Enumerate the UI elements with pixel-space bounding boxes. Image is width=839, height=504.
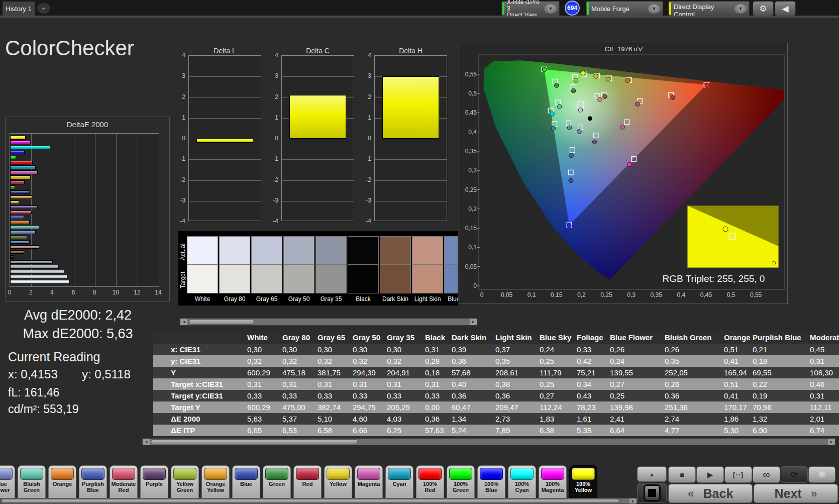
table-cell: 204,91: [386, 367, 424, 378]
measured-marker: [571, 88, 576, 93]
stop-icon: ■: [680, 471, 684, 479]
workflow-dropdown[interactable]: Direct Display Control ▼: [668, 1, 750, 16]
chevron-down-icon[interactable]: ▼: [648, 4, 661, 14]
column-header: Orange: [723, 331, 752, 344]
patch-button-orange[interactable]: Orange: [48, 465, 76, 502]
gridline: [159, 134, 159, 286]
source-name: Mobile Forge: [591, 5, 648, 13]
gridline: [116, 134, 117, 286]
patch-button-yellow-green[interactable]: YellowGreen: [171, 465, 199, 502]
patch-button-cyan[interactable]: Cyan: [385, 465, 413, 502]
swatch-label: Gray 50: [281, 295, 317, 303]
table-cell: 0,46: [809, 378, 839, 390]
display-window-button[interactable]: [637, 483, 667, 503]
gridline: [375, 201, 447, 201]
patch-button-orange-yellow[interactable]: OrangeYellow: [201, 465, 230, 502]
measured-marker: [569, 178, 573, 183]
extra-transport-button[interactable]: [808, 466, 835, 483]
x-axis-tick: 0: [6, 289, 14, 296]
scrollbar-thumb[interactable]: [189, 319, 254, 325]
patch-button-blue-flower[interactable]: BlueFlower: [0, 465, 15, 502]
svg-text:0,15: 0,15: [551, 291, 563, 298]
table-scrollbar[interactable]: ◄ ►: [142, 438, 835, 445]
settings-button[interactable]: ⚙: [753, 1, 774, 16]
patch-button-red[interactable]: Red: [293, 465, 322, 502]
table-cell: 0,37: [494, 344, 539, 355]
patch-button-100-green[interactable]: 100%Green: [447, 465, 475, 502]
column-header: Blue Sky: [539, 331, 576, 344]
y-axis-tick: -3: [360, 197, 371, 204]
scroll-up-button[interactable]: ▲: [637, 466, 667, 482]
measured-marker: [603, 94, 607, 99]
column-header: Dark Skin: [451, 331, 494, 344]
refresh-button[interactable]: ⟳: [781, 466, 808, 483]
meter-name: X-Rite i1Pro 3: [507, 0, 544, 12]
deltae-bar: [10, 151, 25, 155]
stop-button[interactable]: ■: [668, 466, 696, 483]
chevron-down-icon[interactable]: ▼: [544, 4, 557, 14]
back-button[interactable]: « Back: [668, 484, 753, 503]
y-axis-tick: 1: [360, 114, 371, 121]
table-cell: 0,38: [494, 378, 539, 390]
svg-text:0,4: 0,4: [468, 129, 477, 136]
y-axis-tick: 0: [360, 135, 371, 142]
table-cell: 0,36: [664, 390, 723, 401]
gridline: [282, 180, 354, 181]
table-cell: 0,31: [246, 378, 281, 390]
table-cell: 381,75: [317, 367, 352, 378]
measured-marker: [551, 126, 556, 131]
continuous-measure-button[interactable]: ∞: [753, 466, 780, 483]
patch-button-100-cyan[interactable]: 100%Cyan: [508, 465, 536, 502]
patch-button-bluish-green[interactable]: BluishGreen: [18, 465, 46, 502]
scrollbar-thumb[interactable]: [2, 499, 619, 503]
patch-bar-scrollbar[interactable]: ►: [0, 498, 637, 504]
source-status-indicator: [587, 2, 589, 15]
table-cell: 1,34: [451, 413, 494, 425]
x-axis-tick: 6: [69, 289, 77, 296]
scroll-left-icon[interactable]: ◄: [180, 319, 187, 325]
scrollbar-thumb[interactable]: [151, 439, 358, 444]
meter-dropdown[interactable]: X-Rite i1Pro 3 Direct View ▼: [501, 1, 560, 16]
scroll-right-icon[interactable]: ►: [470, 319, 477, 325]
patch-swatch: [418, 468, 442, 480]
patch-button-purple[interactable]: Purple: [140, 465, 168, 502]
tab-history-1[interactable]: History 1: [3, 2, 35, 16]
scroll-right-icon[interactable]: ►: [630, 498, 637, 503]
table-cell: 0,31: [352, 378, 386, 390]
y-axis-tick: 1: [174, 114, 185, 121]
patch-button-green[interactable]: Green: [263, 465, 291, 502]
patch-button-magenta[interactable]: Magenta: [355, 465, 383, 502]
measured-marker: [555, 83, 559, 88]
play-button[interactable]: ▶: [696, 466, 724, 483]
row-label: Target x:CIE31: [153, 378, 246, 390]
table-cell: 2,01: [809, 413, 839, 425]
collapse-panel-button[interactable]: ◀: [775, 1, 796, 16]
single-measure-button[interactable]: [··]: [724, 466, 752, 483]
chevron-down-icon[interactable]: ▼: [734, 4, 747, 14]
actual-row-label: Actual: [179, 238, 186, 265]
app-window: History 1 + X-Rite i1Pro 3 Direct View ▼…: [0, 0, 839, 504]
patch-button-100-red[interactable]: 100%Red: [416, 465, 444, 502]
table-cell: 112,11: [809, 401, 839, 413]
target-swatch: [187, 265, 218, 293]
patch-button-100-magenta[interactable]: 100%Magenta: [539, 465, 567, 502]
swatch-strip-scrollbar[interactable]: ◄ ►: [180, 318, 477, 326]
measured-marker: [574, 78, 578, 82]
source-dropdown[interactable]: Mobile Forge ▼: [586, 1, 663, 16]
add-tab-button[interactable]: +: [37, 3, 50, 14]
x-axis-tick: 12: [133, 289, 141, 296]
swatch-label: Gray 80: [217, 295, 252, 303]
scroll-right-icon[interactable]: ►: [828, 439, 835, 445]
patch-button-moderate-red[interactable]: ModerateRed: [110, 465, 138, 502]
patch-button-purplish-blue[interactable]: PurplishBlue: [79, 465, 107, 502]
gridline: [282, 201, 354, 201]
patch-button-100-yellow[interactable]: 100%Yellow: [569, 465, 597, 502]
patch-button-blue[interactable]: Blue: [232, 465, 260, 502]
swatch-column: [348, 236, 379, 293]
patch-button-yellow[interactable]: Yellow: [324, 465, 352, 502]
patch-label: OrangeYellow: [202, 481, 229, 493]
delta-chart-title: Delta H: [369, 47, 452, 55]
patch-button-100-blue[interactable]: 100%Blue: [477, 465, 505, 502]
next-button[interactable]: Next »: [754, 484, 838, 503]
scroll-left-icon[interactable]: ◄: [143, 439, 150, 445]
